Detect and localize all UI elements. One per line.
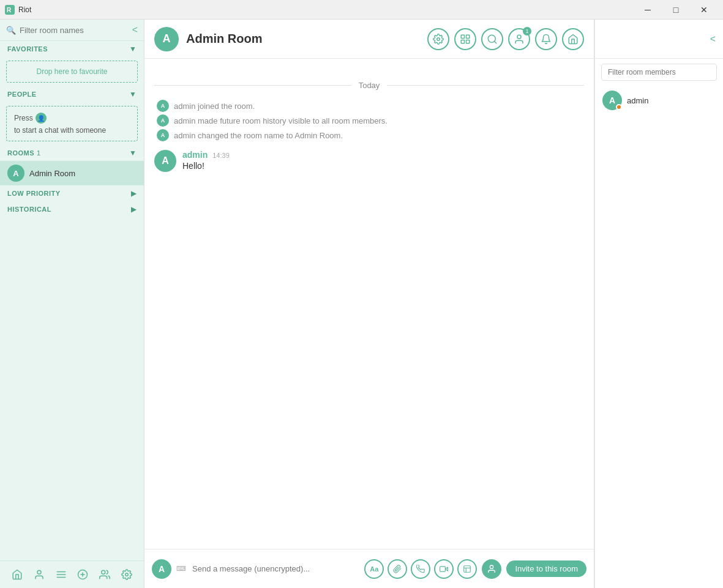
people-label: PEOPLE <box>7 91 37 98</box>
message-input-wrap: ⌨ <box>176 564 359 573</box>
sidebar-footer <box>0 560 144 588</box>
chat-room-name: Admin Room <box>186 32 420 46</box>
svg-rect-13 <box>466 35 470 38</box>
low-priority-section-header[interactable]: LOW PRIORITY ▶ <box>0 185 144 201</box>
rooms-count: 1 <box>37 149 40 157</box>
historical-section-header[interactable]: HISTORICAL ▶ <box>0 201 144 217</box>
svg-marker-19 <box>446 567 448 571</box>
message-body-0: Hello! <box>182 161 584 171</box>
system-text-0: admin joined the room. <box>174 102 255 111</box>
chat-area: A Admin Room 1 <box>144 20 594 588</box>
system-text-1: admin made future room history visible t… <box>174 116 388 125</box>
favorites-collapse-icon: ▼ <box>129 45 137 53</box>
chat-room-avatar: A <box>154 27 179 51</box>
right-panel: < A admin <box>594 20 723 588</box>
people-section-header[interactable]: PEOPLE ▼ <box>0 86 144 102</box>
close-button[interactable]: ✕ <box>690 0 718 20</box>
people-collapse-icon: ▼ <box>129 90 137 99</box>
chat-input-bar: A ⌨ Aa <box>144 549 594 588</box>
message-row-0: A admin 14:39 Hello! <box>154 150 584 172</box>
window-controls: ─ □ ✕ <box>634 0 718 20</box>
video-call-button[interactable] <box>434 559 454 579</box>
message-header-0: admin 14:39 <box>182 150 584 160</box>
svg-point-9 <box>102 570 105 574</box>
drop-to-favourite-zone: Drop here to favourite <box>6 61 138 83</box>
room-notifications-button[interactable] <box>535 28 557 50</box>
settings-icon[interactable] <box>118 566 135 583</box>
svg-point-24 <box>490 565 493 568</box>
system-message-1: A admin made future room history visible… <box>154 114 584 127</box>
invite-to-room-button[interactable]: Invite to this room <box>506 560 586 577</box>
svg-rect-21 <box>464 565 471 572</box>
message-avatar-0: A <box>154 150 176 172</box>
rooms-title-wrap: ROOMS 1 <box>7 149 40 157</box>
collapse-sidebar-button[interactable]: < <box>132 24 138 35</box>
date-divider: Today <box>154 81 584 90</box>
favorites-section-header[interactable]: FAVORITES ▼ <box>0 41 144 57</box>
collapse-right-panel-button[interactable]: < <box>710 34 716 45</box>
svg-text:R: R <box>7 7 12 13</box>
riot-logo: R <box>5 5 15 15</box>
message-input[interactable] <box>192 564 359 573</box>
input-user-avatar: A <box>152 559 171 579</box>
member-search-wrap <box>601 64 717 81</box>
room-search-button[interactable] <box>481 28 503 50</box>
sidebar-search-bar: 🔍 < <box>0 20 144 41</box>
titlebar: R Riot ─ □ ✕ <box>0 0 723 20</box>
format-text-button[interactable]: Aa <box>364 559 384 579</box>
room-members-button[interactable]: 1 <box>508 28 530 50</box>
member-avatar-wrap-admin: A <box>602 91 622 110</box>
room-item-admin[interactable]: A Admin Room <box>0 161 144 185</box>
home-icon[interactable] <box>9 566 26 583</box>
format-indicator: ⌨ <box>176 565 186 573</box>
rooms-section-header[interactable]: ROOMS 1 ▼ <box>0 145 144 161</box>
filter-members-input[interactable] <box>601 64 717 81</box>
voice-call-button[interactable] <box>411 559 430 579</box>
people-hint-box: Press 👤 to start a chat with someone <box>6 106 138 141</box>
svg-point-10 <box>125 573 129 576</box>
historical-expand-icon: ▶ <box>131 205 137 214</box>
system-avatar-0: A <box>157 100 169 112</box>
right-panel-header: < <box>595 20 723 59</box>
low-priority-expand-icon: ▶ <box>131 189 137 198</box>
group-icon[interactable] <box>96 566 113 583</box>
rooms-collapse-icon: ▼ <box>129 149 137 157</box>
room-settings-button[interactable] <box>427 28 449 50</box>
svg-rect-14 <box>466 40 470 43</box>
invite-button-label: Invite to this room <box>515 564 578 573</box>
message-content-0: admin 14:39 Hello! <box>182 150 584 171</box>
format-icon: Aa <box>370 565 378 573</box>
date-line-right <box>387 85 584 86</box>
room-files-button[interactable] <box>454 28 476 50</box>
member-item-admin[interactable]: A admin <box>595 86 723 115</box>
chat-header-icons: 1 <box>427 28 584 50</box>
rooms-label: ROOMS <box>7 149 34 157</box>
add-room-icon[interactable] <box>74 566 91 583</box>
widget-button[interactable] <box>457 559 477 579</box>
message-sender-0: admin <box>182 150 208 160</box>
historical-label: HISTORICAL <box>7 206 51 213</box>
svg-rect-15 <box>461 40 464 43</box>
menu-icon[interactable] <box>53 566 70 583</box>
svg-point-2 <box>37 570 41 574</box>
members-count-badge: 1 <box>523 27 531 35</box>
member-name-admin: admin <box>627 96 648 105</box>
input-actions: Aa <box>364 559 477 579</box>
minimize-button[interactable]: ─ <box>634 0 662 20</box>
sidebar: 🔍 < FAVORITES ▼ Drop here to favourite P… <box>0 20 144 588</box>
system-avatar-1: A <box>157 114 169 127</box>
person-icon[interactable] <box>31 566 48 583</box>
attachment-button[interactable] <box>388 559 407 579</box>
main-layout: 🔍 < FAVORITES ▼ Drop here to favourite P… <box>0 20 723 588</box>
chat-messages: Today A admin joined the room. A admin m… <box>144 59 594 549</box>
filter-rooms-input[interactable] <box>20 26 129 35</box>
svg-point-18 <box>517 35 521 39</box>
date-line-left <box>154 85 351 86</box>
message-time-0: 14:39 <box>212 152 230 159</box>
titlebar-left: R Riot <box>5 5 31 15</box>
room-avatar-admin: A <box>7 165 24 182</box>
maximize-button[interactable]: □ <box>662 0 690 20</box>
svg-line-17 <box>494 41 496 43</box>
search-icon: 🔍 <box>6 26 16 35</box>
room-home-button[interactable] <box>562 28 584 50</box>
